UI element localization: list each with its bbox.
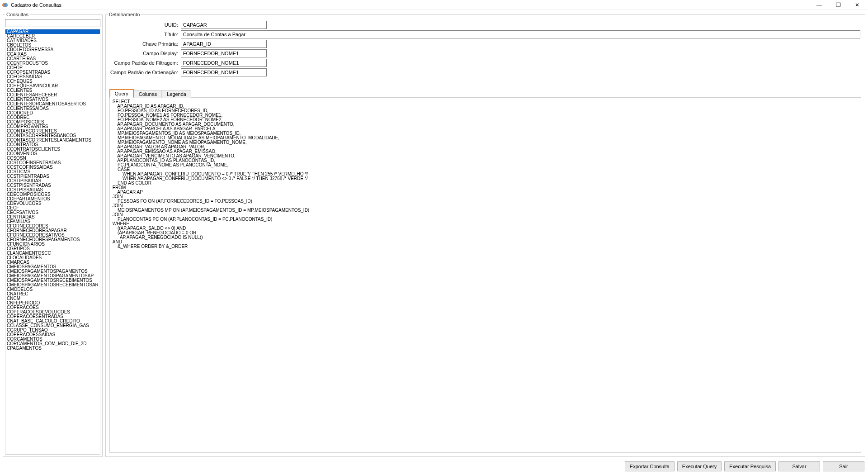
salvar-button[interactable]: Salvar bbox=[778, 461, 820, 471]
ordem-label: Campo Padrão de Ordenação: bbox=[110, 70, 178, 75]
detalhamento-legend: Detalhamento bbox=[108, 12, 142, 17]
sql-editor[interactable]: SELECT AP.APAGAR_ID AS APAGAR_ID, FO.PES… bbox=[110, 98, 861, 251]
display-label: Campo Display: bbox=[110, 51, 178, 56]
consultas-list[interactable]: CAPAGARCARECEBERCATIVIDADESCBOLETOSCBOLE… bbox=[5, 29, 100, 455]
campo-filtragem-field[interactable] bbox=[181, 59, 267, 67]
executar-pesquisa-button[interactable]: Executar Pesquisa bbox=[724, 461, 776, 471]
consultas-panel: Consultas CAPAGARCARECEBERCATIVIDADESCBO… bbox=[3, 12, 103, 457]
consultas-legend: Consultas bbox=[5, 12, 30, 17]
minimize-button[interactable]: — bbox=[814, 2, 825, 8]
list-item[interactable]: CPAGAMENTOS bbox=[5, 346, 100, 351]
form-rows: UUID: Título: Chave Primária: Campo Disp… bbox=[108, 19, 863, 81]
detalhamento-panel: Detalhamento UUID: Título: Chave Primári… bbox=[105, 12, 865, 457]
tab-strip: Query Colunas Legenda bbox=[109, 89, 861, 97]
window-titlebar: Cadastro de Consultas — ❐ ✕ bbox=[0, 0, 868, 10]
chave-primaria-field[interactable] bbox=[181, 40, 267, 48]
executar-query-button[interactable]: Executar Query bbox=[677, 461, 722, 471]
exportar-consulta-button[interactable]: Exportar Consulta bbox=[625, 461, 675, 471]
campo-display-field[interactable] bbox=[181, 49, 267, 57]
chave-label: Chave Primária: bbox=[110, 41, 178, 47]
sair-button[interactable]: Sair bbox=[823, 461, 864, 471]
svg-point-1 bbox=[4, 3, 8, 7]
window-title: Cadastro de Consultas bbox=[11, 2, 61, 8]
uuid-field[interactable] bbox=[181, 21, 267, 29]
button-bar: Exportar Consulta Executar Query Executa… bbox=[0, 459, 868, 475]
main-area: Consultas CAPAGARCARECEBERCATIVIDADESCBO… bbox=[0, 10, 868, 459]
filtro-label: Campo Padrão de Filtragem: bbox=[110, 60, 178, 66]
search-input[interactable] bbox=[5, 19, 100, 27]
close-button[interactable]: ✕ bbox=[852, 2, 863, 8]
tab-legenda[interactable]: Legenda bbox=[162, 90, 191, 98]
titulo-field[interactable] bbox=[181, 30, 860, 38]
tab-colunas[interactable]: Colunas bbox=[134, 90, 162, 98]
maximize-button[interactable]: ❐ bbox=[833, 2, 844, 8]
app-icon bbox=[2, 2, 8, 8]
titulo-label: Título: bbox=[110, 32, 178, 37]
list-item[interactable]: CDEVOLUCOES bbox=[5, 201, 100, 206]
campo-ordenacao-field[interactable] bbox=[181, 68, 267, 76]
tabs-region: Query Colunas Legenda SELECT AP.APAGAR_I… bbox=[108, 81, 863, 455]
tab-content[interactable]: SELECT AP.APAGAR_ID AS APAGAR_ID, FO.PES… bbox=[109, 97, 861, 453]
tab-query[interactable]: Query bbox=[109, 89, 134, 98]
uuid-label: UUID: bbox=[110, 22, 178, 28]
